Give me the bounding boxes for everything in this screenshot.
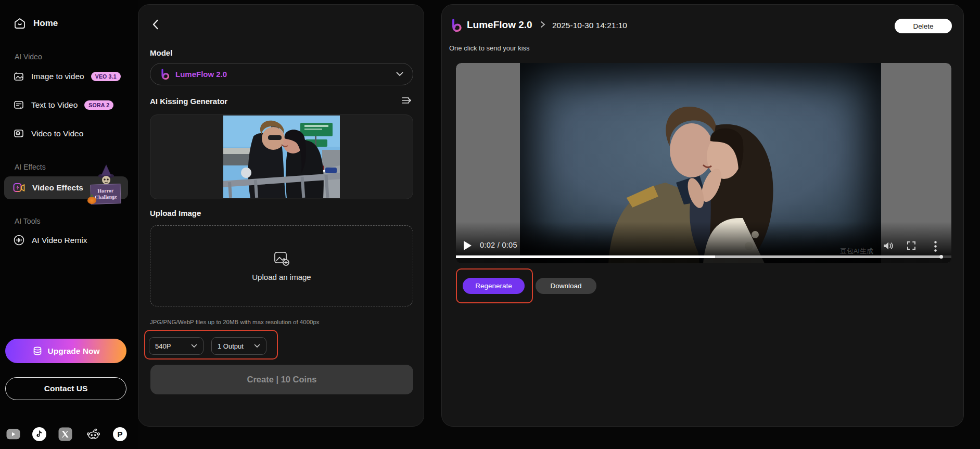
download-button[interactable]: Download [536, 278, 596, 294]
text-to-video-icon [13, 99, 24, 111]
image-to-video-icon [13, 71, 24, 82]
upload-hint: JPG/PNG/WebP files up to 20MB with max r… [150, 319, 320, 325]
upgrade-label: Upgrade Now [48, 347, 100, 356]
model-select[interactable]: LumeFlow 2.0 [150, 63, 413, 85]
progress-knob[interactable] [939, 255, 943, 259]
create-button[interactable]: Create | 10 Coins [150, 365, 413, 394]
sidebar-item-ai-video-remix[interactable]: AI Video Remix [13, 234, 87, 246]
section-label-ai-video: AI Video [15, 53, 42, 61]
more-options-icon[interactable] [934, 241, 937, 252]
upgrade-now-button[interactable]: Upgrade Now [5, 339, 126, 363]
p-circle-icon[interactable]: P [113, 427, 127, 441]
contact-us-button[interactable]: Contact US [5, 377, 126, 400]
ai-video-remix-icon [13, 234, 25, 246]
kissing-couple-thumbnail [223, 116, 340, 198]
sidebar-item-image-to-video[interactable]: Image to video VEO 3.1 [13, 71, 121, 82]
video-effects-icon [13, 183, 26, 193]
lumeflow-logo-icon [160, 69, 170, 80]
result-timestamp: 2025-10-30 14:21:10 [552, 21, 627, 30]
sidebar-item-label: AI Video Remix [32, 236, 87, 245]
result-prompt: One click to send your kiss [449, 44, 530, 52]
upload-dropzone[interactable]: Upload an image [150, 225, 413, 306]
chevron-down-icon [396, 72, 403, 76]
back-icon[interactable] [150, 18, 161, 31]
sidebar-item-label: Text to Video [31, 100, 78, 110]
section-label-ai-effects: AI Effects [15, 163, 46, 171]
create-label: Create | 10 Coins [247, 375, 317, 384]
delete-button[interactable]: Delete [895, 19, 952, 33]
resolution-value: 540P [155, 342, 171, 350]
video-progress-bar[interactable] [456, 255, 951, 258]
social-links: P [0, 426, 138, 442]
generator-title: AI Kissing Generator [150, 97, 227, 106]
section-label-ai-tools: AI Tools [15, 217, 41, 225]
sidebar-item-video-to-video[interactable]: Video to Video [13, 128, 83, 139]
upload-placeholder: Upload an image [252, 273, 311, 281]
output-count-select[interactable]: 1 Output [211, 337, 266, 355]
sidebar-item-label: Video Effects [32, 183, 83, 193]
coins-icon [32, 347, 43, 356]
tiktok-icon[interactable] [32, 427, 46, 441]
ai-watermark: 豆包AI生成 [840, 247, 873, 256]
upload-image-icon [273, 251, 290, 266]
sidebar-item-label: Home [33, 18, 58, 29]
resolution-select[interactable]: 540P [149, 337, 203, 355]
progress-buffer [715, 255, 941, 258]
sidebar-item-home[interactable]: Home [13, 17, 58, 30]
volume-icon[interactable] [883, 241, 893, 250]
upload-label: Upload Image [150, 209, 201, 217]
chevron-down-icon [254, 344, 260, 348]
result-title: LumeFlow 2.0 [467, 19, 532, 31]
sidebar-item-label: Image to video [31, 72, 84, 81]
breadcrumb-chevron-icon [540, 21, 545, 28]
svg-text:P: P [117, 430, 122, 439]
download-label: Download [550, 282, 581, 290]
reddit-icon[interactable] [86, 427, 100, 441]
play-icon[interactable] [464, 241, 472, 250]
regenerate-label: Regenerate [475, 282, 512, 290]
composer-panel: Model LumeFlow 2.0 AI Kissing Generator [138, 4, 424, 427]
sidebar: Home AI Video Image to video VEO 3.1 Tex… [0, 0, 138, 449]
home-icon [13, 17, 27, 30]
result-panel: LumeFlow 2.0 2025-10-30 14:21:10 Delete … [441, 4, 964, 427]
regenerate-button[interactable]: Regenerate [463, 278, 525, 294]
lumeflow-logo-icon [450, 18, 463, 33]
output-value: 1 Output [218, 342, 244, 350]
generator-preview[interactable] [150, 114, 413, 199]
prompt-examples-icon[interactable] [401, 95, 412, 106]
video-player[interactable]: 豆包AI生成 0:02 / 0:05 [456, 63, 951, 263]
progress-played [456, 255, 715, 258]
sidebar-item-text-to-video[interactable]: Text to Video SORA 2 [13, 99, 113, 111]
veo-badge: VEO 3.1 [91, 72, 121, 81]
time-display: 0:02 / 0:05 [480, 241, 517, 249]
model-value: LumeFlow 2.0 [175, 70, 391, 79]
chevron-down-icon [191, 344, 197, 348]
fullscreen-icon[interactable] [907, 241, 916, 250]
contact-label: Contact US [44, 384, 88, 393]
sidebar-item-video-effects[interactable]: Video Effects [4, 176, 128, 199]
sora-badge: SORA 2 [84, 100, 113, 110]
sidebar-item-label: Video to Video [31, 129, 83, 138]
youtube-icon[interactable] [6, 427, 20, 441]
x-icon[interactable] [58, 427, 72, 441]
model-label: Model [150, 48, 172, 57]
video-to-video-icon [13, 128, 24, 139]
delete-label: Delete [913, 22, 933, 30]
